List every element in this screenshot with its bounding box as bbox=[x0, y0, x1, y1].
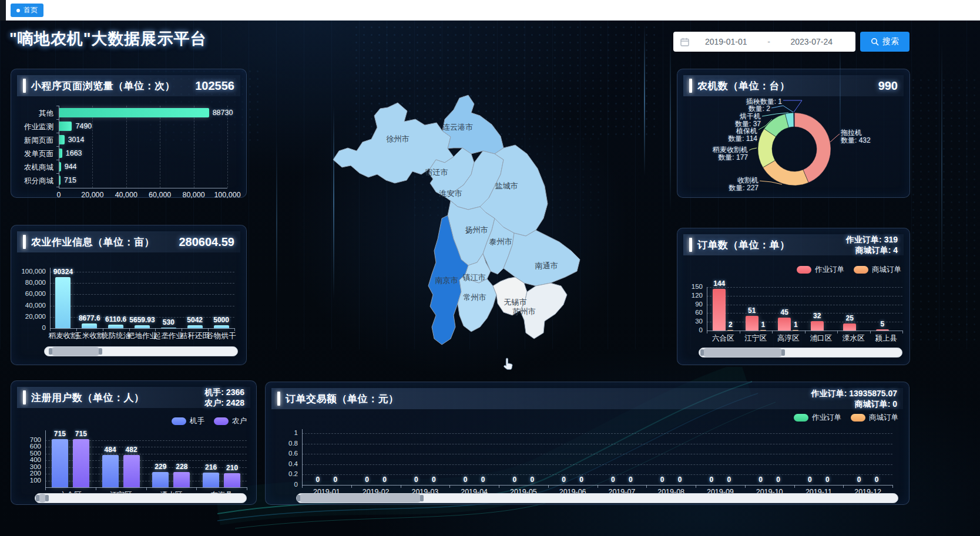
y-axis-tick bbox=[56, 187, 59, 187]
grid-line bbox=[160, 106, 160, 188]
legend-item-drivers[interactable]: 机手 bbox=[172, 416, 204, 426]
farm-work-bar-chart[interactable]: 020,00040,00060,00080,000100,00090324867… bbox=[17, 254, 241, 343]
商城订单-bar[interactable] bbox=[793, 330, 798, 331]
y-tick-label: 0.8 bbox=[273, 440, 298, 447]
orders-bar-chart[interactable]: 0306090120150144514532255211六合区江宁区高淳区浦口区… bbox=[682, 281, 906, 347]
value-label: 0 bbox=[807, 476, 847, 484]
作业订单-bar[interactable] bbox=[876, 329, 889, 331]
page-view-bar[interactable] bbox=[59, 108, 209, 117]
y-axis-line bbox=[707, 287, 707, 331]
map-label-nantong: 南通市 bbox=[535, 261, 558, 270]
legend-label: 作业订单 bbox=[815, 265, 844, 275]
date-start-input[interactable]: 2019-01-01 bbox=[689, 37, 763, 46]
transactions-datazoom-slider[interactable] bbox=[296, 493, 898, 503]
datazoom-handle-right[interactable] bbox=[420, 495, 424, 501]
y-tick-label: 0.6 bbox=[273, 450, 298, 457]
value-bar[interactable] bbox=[161, 328, 176, 328]
panel-users-title: 注册用户数（单位：人） bbox=[31, 391, 145, 404]
商城订单-bar[interactable] bbox=[760, 330, 766, 331]
datazoom-handle-right[interactable] bbox=[781, 349, 785, 356]
search-icon bbox=[871, 38, 879, 46]
grid-line bbox=[50, 294, 234, 295]
jiangsu-province-map: 徐州市 连云港市 宿迁市 淮安市 盐城市 扬州市 泰州市 南通市 镇江市 南京市… bbox=[326, 91, 602, 361]
category-label: 积分商城 bbox=[17, 176, 53, 186]
value-label: 482 bbox=[112, 446, 152, 454]
农户-bar[interactable] bbox=[224, 473, 240, 487]
date-end-input[interactable]: 2023-07-24 bbox=[775, 37, 849, 46]
tab-home[interactable]: 首页 bbox=[11, 4, 43, 17]
orders-datazoom-slider[interactable] bbox=[699, 348, 902, 358]
value-label: 0 bbox=[610, 476, 650, 484]
legend-item-work-orders[interactable]: 作业订单 bbox=[797, 265, 844, 275]
农户-bar[interactable] bbox=[73, 439, 89, 487]
search-button[interactable]: 搜索 bbox=[860, 32, 909, 52]
legend-item-farmers[interactable]: 农户 bbox=[214, 416, 247, 426]
donut-label: 稻麦收割机数量: 177 bbox=[682, 146, 748, 161]
grid-line bbox=[302, 464, 892, 465]
donut-label: 植保机数量: 114 bbox=[694, 127, 757, 143]
农户-bar[interactable] bbox=[173, 472, 190, 487]
map-label-zhenjiang: 镇江市 bbox=[462, 273, 486, 282]
page-view-bar[interactable] bbox=[59, 135, 65, 144]
value-label: 90324 bbox=[43, 268, 83, 276]
y-tick-label: 0.4 bbox=[273, 460, 298, 467]
value-bar[interactable] bbox=[55, 277, 71, 328]
datazoom-handle-left[interactable] bbox=[36, 495, 39, 501]
value-bar[interactable] bbox=[135, 325, 150, 328]
y-tick-label: 0 bbox=[273, 481, 298, 488]
商城订单-bar[interactable] bbox=[727, 330, 733, 331]
datazoom-handle-right[interactable] bbox=[45, 495, 49, 501]
page-view-bar[interactable] bbox=[59, 176, 61, 185]
page-view-bar[interactable] bbox=[59, 122, 72, 131]
value-label: 210 bbox=[212, 464, 252, 472]
panel-page-views: 小程序页面浏览量（单位：次） 102556 020,00040,00060,00… bbox=[11, 69, 247, 198]
grid-line bbox=[194, 106, 194, 188]
机手-bar[interactable] bbox=[52, 439, 68, 487]
legend-item-mall-orders[interactable]: 商城订单 bbox=[854, 265, 901, 275]
datazoom-handle-left[interactable] bbox=[297, 495, 300, 501]
datazoom-window[interactable] bbox=[702, 348, 783, 357]
page-views-bar-chart[interactable]: 020,00040,00060,00080,000100,00088730其他7… bbox=[17, 104, 241, 197]
datazoom-window[interactable] bbox=[38, 494, 47, 503]
y-tick-label: 300 bbox=[17, 463, 41, 470]
datazoom-window[interactable] bbox=[298, 494, 422, 503]
value-bar[interactable] bbox=[108, 325, 123, 328]
datazoom-handle-left[interactable] bbox=[49, 348, 52, 355]
page-view-bar[interactable] bbox=[59, 149, 62, 158]
map-region-changzhou[interactable] bbox=[458, 274, 496, 332]
datazoom-window[interactable] bbox=[51, 347, 100, 356]
tab-home-label: 首页 bbox=[24, 5, 38, 15]
y-tick-label: 100,000 bbox=[17, 268, 46, 275]
value-label: 0 bbox=[365, 476, 405, 484]
作业订单-bar[interactable] bbox=[843, 323, 856, 331]
datazoom-handle-left[interactable] bbox=[700, 349, 704, 356]
grid-line bbox=[227, 106, 228, 188]
y-tick-label: 20,000 bbox=[17, 313, 46, 320]
datazoom-handle-right[interactable] bbox=[99, 348, 102, 355]
date-range-picker[interactable]: 2019-01-01 - 2023-07-24 bbox=[673, 32, 855, 52]
机手-bar[interactable] bbox=[152, 472, 169, 487]
topbar-edge bbox=[0, 0, 6, 21]
y-tick-label: 0 bbox=[17, 324, 46, 331]
legend-label: 机手 bbox=[190, 416, 204, 426]
value-bar[interactable] bbox=[82, 323, 97, 328]
farm-work-datazoom-slider[interactable] bbox=[44, 346, 238, 356]
value-label: 0 bbox=[414, 476, 454, 484]
panel-transactions: 订单交易额（单位：元） 作业订单: 13935875.07 商城订单: 0 作业… bbox=[265, 382, 909, 505]
users-bar-chart[interactable]: 1002003004005006007007154842292167154822… bbox=[17, 428, 251, 501]
transactions-bar-chart[interactable]: 00.20.40.60.8100000000000000000000000020… bbox=[273, 417, 903, 496]
date-separator: - bbox=[763, 37, 775, 46]
value-bar[interactable] bbox=[187, 325, 203, 328]
value-label: 1663 bbox=[66, 149, 82, 157]
农户-bar[interactable] bbox=[123, 455, 140, 487]
value-bar[interactable] bbox=[214, 325, 229, 328]
机手-bar[interactable] bbox=[203, 473, 219, 487]
y-tick-label: 40,000 bbox=[17, 302, 46, 309]
map-label-yangzhou: 扬州市 bbox=[465, 225, 488, 234]
panel-page-views-title: 小程序页面浏览量（单位：次） bbox=[31, 79, 175, 93]
map-label-wuxi: 无锡市 bbox=[504, 298, 527, 306]
users-datazoom-slider[interactable] bbox=[35, 493, 247, 503]
page-view-bar[interactable] bbox=[59, 162, 61, 171]
机手-bar[interactable] bbox=[102, 455, 119, 487]
y-tick-label: 100 bbox=[17, 477, 41, 484]
